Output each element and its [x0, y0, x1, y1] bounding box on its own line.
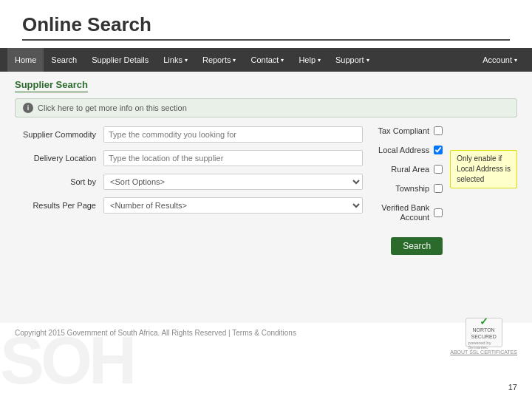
section-title: Supplier Search	[15, 79, 88, 92]
nav-item-supplier-details[interactable]: Supplier Details	[84, 48, 156, 72]
results-per-page-label: Results Per Page	[15, 201, 103, 210]
search-btn-row: Search	[378, 237, 443, 255]
norton-badge: ✓ NORTON SECURED powered by Symantec	[466, 318, 502, 347]
chevron-down-icon: ▾	[233, 57, 236, 64]
form-left: Supplier Commodity Delivery Location Sor…	[15, 126, 363, 255]
about-ssl-link[interactable]: ABOUT SSL CERTIFICATES	[450, 349, 517, 355]
right-form: Tax Compliant Local Address Rural Area T…	[378, 126, 517, 255]
tax-compliant-checkbox[interactable]	[434, 126, 443, 135]
nav-item-contact[interactable]: Contact ▾	[243, 48, 291, 72]
supplier-commodity-row: Supplier Commodity	[15, 126, 363, 143]
township-checkbox[interactable]	[434, 184, 443, 193]
rural-area-row: Rural Area	[378, 165, 443, 174]
norton-label: NORTON SECURED	[471, 327, 496, 340]
township-row: Township	[378, 184, 443, 193]
norton-area: ✓ NORTON SECURED powered by Symantec ABO…	[450, 318, 517, 355]
nav-item-reports[interactable]: Reports ▾	[195, 48, 244, 72]
results-per-page-row: Results Per Page <Number of Results>	[15, 197, 363, 214]
verified-bank-checkbox[interactable]	[434, 208, 443, 217]
title-underline	[22, 39, 510, 41]
delivery-location-label: Delivery Location	[15, 154, 103, 163]
township-label: Township	[395, 184, 429, 193]
checkboxes-group: Tax Compliant Local Address Rural Area T…	[378, 126, 443, 255]
page-title-area: Online Search	[0, 0, 532, 48]
local-address-row: Local Address	[378, 146, 443, 154]
local-address-checkbox[interactable]	[434, 146, 443, 154]
nav-item-help[interactable]: Help ▾	[291, 48, 328, 72]
nav-item-account[interactable]: Account ▾	[475, 48, 525, 72]
sort-by-row: Sort by <Sort Options>	[15, 174, 363, 190]
nav-item-links[interactable]: Links ▾	[156, 48, 195, 72]
navbar: Home Search Supplier Details Links ▾ Rep…	[0, 48, 532, 72]
chevron-down-icon: ▾	[318, 57, 321, 64]
supplier-commodity-input[interactable]	[103, 126, 363, 143]
info-box[interactable]: i Click here to get more info on this se…	[15, 98, 517, 117]
delivery-location-input[interactable]	[103, 150, 363, 166]
results-per-page-select[interactable]: <Number of Results>	[103, 197, 363, 214]
section-header: Supplier Search	[15, 79, 517, 92]
main-content: Supplier Search i Click here to get more…	[0, 72, 532, 323]
chevron-down-icon: ▾	[366, 57, 369, 64]
search-button[interactable]: Search	[391, 237, 443, 255]
page-number: 17	[508, 383, 517, 392]
chevron-down-icon: ▾	[514, 57, 517, 64]
nav-item-home[interactable]: Home	[7, 48, 44, 72]
chevron-down-icon: ▾	[281, 57, 284, 64]
tax-compliant-label: Tax Compliant	[378, 126, 429, 135]
nav-item-search[interactable]: Search	[44, 48, 84, 72]
copyright-text: Copyright 2015 Government of South Afric…	[15, 329, 296, 337]
sort-by-label: Sort by	[15, 177, 103, 186]
form-container: Supplier Commodity Delivery Location Sor…	[15, 126, 517, 255]
local-address-label: Local Address	[378, 146, 429, 154]
delivery-location-row: Delivery Location	[15, 150, 363, 166]
info-text: Click here to get more info on this sect…	[38, 103, 187, 112]
sort-by-select[interactable]: <Sort Options>	[103, 174, 363, 190]
rural-area-label: Rural Area	[391, 165, 429, 174]
nav-item-support[interactable]: Support ▾	[328, 48, 377, 72]
chevron-down-icon: ▾	[185, 57, 188, 64]
info-icon: i	[23, 103, 33, 113]
tax-compliant-row: Tax Compliant	[378, 126, 443, 135]
verified-bank-row: Verified BankAccount	[378, 203, 443, 222]
supplier-commodity-label: Supplier Commodity	[15, 130, 103, 139]
verified-bank-label: Verified BankAccount	[381, 203, 429, 222]
norton-checkmark: ✓	[480, 316, 488, 327]
rural-area-checkbox[interactable]	[434, 165, 443, 174]
norton-sub: powered by Symantec	[468, 341, 499, 349]
page-title: Online Search	[22, 13, 510, 36]
tooltip-note: Only enable if Local Address is selected	[450, 150, 517, 188]
